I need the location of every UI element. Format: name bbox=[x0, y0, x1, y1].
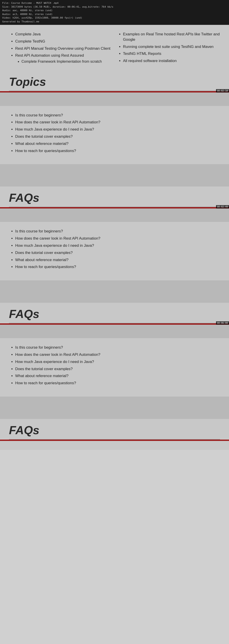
two-column-layout: Complete Java Complete TestNG Rest API M… bbox=[9, 32, 220, 66]
faqs-heading-1: FAQs bbox=[0, 186, 229, 207]
faq-list-3: Is this course for beginners? How does t… bbox=[9, 345, 220, 386]
divider-5 bbox=[0, 325, 229, 338]
topics-section: Topics 00:02:10 bbox=[0, 70, 229, 92]
list-item: Rest API Manual Testing Overview using P… bbox=[15, 46, 112, 51]
list-item: Rest API Automation using Rest Assured C… bbox=[15, 53, 112, 64]
divider-2 bbox=[0, 164, 229, 186]
faqs-red-line-2 bbox=[0, 323, 229, 325]
list-item: Complete TestNG bbox=[15, 39, 112, 44]
faq-item: How does the career look in Rest API Aut… bbox=[15, 236, 220, 241]
faqs-red-line-1 bbox=[0, 207, 229, 208]
divider-1 bbox=[0, 92, 229, 106]
topics-heading: Topics bbox=[0, 70, 229, 91]
list-item: Examples on Real Time hosted Rest APIs l… bbox=[123, 32, 220, 42]
right-list: Examples on Real Time hosted Rest APIs l… bbox=[117, 32, 220, 64]
faq-item: Is this course for beginners? bbox=[15, 113, 220, 118]
list-item: TestNG HTML Reports bbox=[123, 51, 220, 56]
faq-item: Does the tutorial cover examples? bbox=[15, 250, 220, 256]
nested-list: Complete Framework Implementation from s… bbox=[15, 59, 112, 64]
topics-red-line bbox=[0, 91, 229, 92]
info-line-5: Video: h264, yuv420p, 1592x1080, 30000.0… bbox=[2, 16, 227, 20]
faq-item: How does the career look in Rest API Aut… bbox=[15, 120, 220, 125]
faq-item: How much Java experience do I need in Ja… bbox=[15, 359, 220, 364]
faqs-timestamp-2: 00:06:00 bbox=[216, 321, 229, 325]
faqs-heading-2: FAQs bbox=[0, 303, 229, 323]
info-line-6: Generated by Thumbnail.me bbox=[2, 20, 227, 24]
divider-3 bbox=[0, 208, 229, 222]
info-bar: File: Course Outcome - MUST WATCH .mp4 S… bbox=[0, 0, 229, 25]
faq-item: How does the career look in Rest API Aut… bbox=[15, 352, 220, 358]
faq-item: Does the tutorial cover examples? bbox=[15, 366, 220, 372]
faq-item: Does the tutorial cover examples? bbox=[15, 134, 220, 139]
info-line-1: File: Course Outcome - MUST WATCH .mp4 bbox=[2, 1, 227, 5]
list-item: Running complete test suite using TestNG… bbox=[123, 44, 220, 50]
faq-item: How much Java experience do I need in Ja… bbox=[15, 243, 220, 248]
faq-list-1: Is this course for beginners? How does t… bbox=[9, 113, 220, 154]
main-content: Complete Java Complete TestNG Rest API M… bbox=[0, 25, 229, 70]
divider-6 bbox=[0, 396, 229, 419]
bottom-fill bbox=[0, 441, 229, 450]
faq-list-2: Is this course for beginners? How does t… bbox=[9, 228, 220, 270]
faq-item: How to reach for queries/questions? bbox=[15, 380, 220, 386]
left-column: Complete Java Complete TestNG Rest API M… bbox=[9, 32, 112, 66]
faq-content-1: Is this course for beginners? How does t… bbox=[0, 106, 229, 164]
topics-timestamp: 00:02:10 bbox=[216, 89, 229, 92]
faq-item: How to reach for queries/questions? bbox=[15, 148, 220, 154]
list-item: All required software installation bbox=[123, 58, 220, 64]
faq-content-3: Is this course for beginners? How does t… bbox=[0, 338, 229, 396]
left-list: Complete Java Complete TestNG Rest API M… bbox=[9, 32, 112, 64]
faqs-section-2: FAQs 00:06:00 bbox=[0, 303, 229, 325]
faqs-heading-3: FAQs bbox=[0, 419, 229, 439]
info-line-2: Size: 38173099 bytes (36.50 MiB), durati… bbox=[2, 5, 227, 9]
faq-item: What about reference material? bbox=[15, 257, 220, 263]
faq-item: How to reach for queries/questions? bbox=[15, 264, 220, 270]
list-item: Complete Java bbox=[15, 32, 112, 37]
faqs-red-line-3 bbox=[0, 440, 229, 441]
info-line-3: Audio: aac, 48000 Hz, stereo (und) bbox=[2, 9, 227, 12]
right-column: Examples on Real Time hosted Rest APIs l… bbox=[117, 32, 220, 66]
faq-item: What about reference material? bbox=[15, 373, 220, 379]
faqs-section-1: FAQs 00:02:49 bbox=[0, 186, 229, 208]
nested-list-item: Complete Framework Implementation from s… bbox=[21, 59, 112, 64]
faqs-timestamp-1: 00:02:49 bbox=[216, 205, 229, 208]
faq-item: Is this course for beginners? bbox=[15, 228, 220, 234]
faqs-section-3: FAQs bbox=[0, 419, 229, 441]
faq-item: How much Java experience do I need in Ja… bbox=[15, 127, 220, 132]
divider-4 bbox=[0, 280, 229, 303]
faq-content-2: Is this course for beginners? How does t… bbox=[0, 222, 229, 280]
faq-item: Is this course for beginners? bbox=[15, 345, 220, 350]
faq-item: What about reference material? bbox=[15, 141, 220, 146]
info-line-4: Audio: ac3, 48000 Hz, stereo (und) bbox=[2, 12, 227, 16]
